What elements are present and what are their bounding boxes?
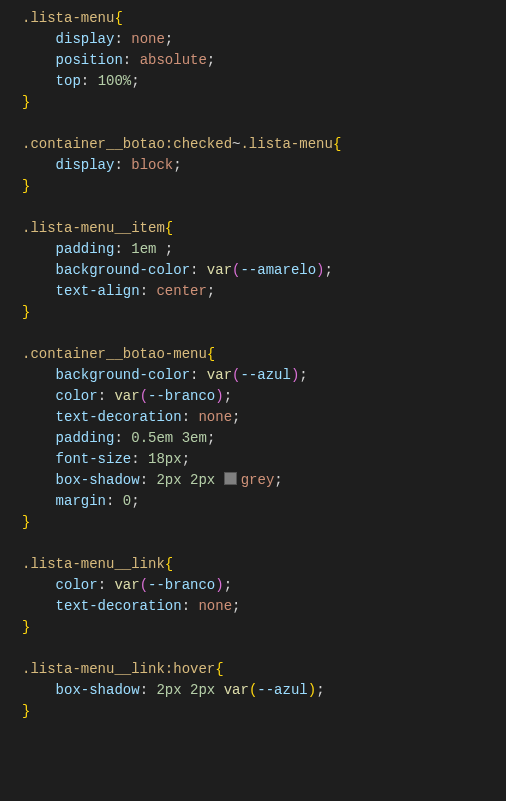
css-property: text-decoration <box>56 598 182 614</box>
css-selector-token: :checked <box>165 136 232 152</box>
close-brace: } <box>22 703 30 719</box>
code-line: top: 100%; <box>22 71 506 92</box>
css-value-token: ) <box>215 577 223 593</box>
css-value-token: 1em <box>131 241 156 257</box>
code-line: } <box>22 92 506 113</box>
code-line: background-color: var(--azul); <box>22 365 506 386</box>
css-value-token: ( <box>140 577 148 593</box>
code-line: box-shadow: 2px 2px var(--azul); <box>22 680 506 701</box>
code-line: display: block; <box>22 155 506 176</box>
css-value-token: --azul <box>240 367 290 383</box>
css-selector-token: .lista-menu__link <box>22 556 165 572</box>
css-selector-token: .container__botao <box>22 136 165 152</box>
css-value-token: grey <box>241 472 275 488</box>
css-value-token <box>215 682 223 698</box>
css-value-token: --amarelo <box>240 262 316 278</box>
css-value-token: center <box>156 283 206 299</box>
code-line: position: absolute; <box>22 50 506 71</box>
css-property: padding <box>56 241 115 257</box>
code-line: color: var(--branco); <box>22 386 506 407</box>
css-value-token: block <box>131 157 173 173</box>
code-line: } <box>22 302 506 323</box>
code-line: text-decoration: none; <box>22 596 506 617</box>
css-value-token: ( <box>140 388 148 404</box>
code-line: .lista-menu__link:hover{ <box>22 659 506 680</box>
css-value-token: none <box>198 409 232 425</box>
code-line: padding: 0.5em 3em; <box>22 428 506 449</box>
css-property: color <box>56 577 98 593</box>
css-value-token: absolute <box>140 52 207 68</box>
code-editor[interactable]: .lista-menu{ display: none; position: ab… <box>0 0 506 730</box>
css-value-token: ) <box>316 262 324 278</box>
open-brace: { <box>114 10 122 26</box>
css-value-token: var <box>224 682 249 698</box>
css-value-token <box>215 472 223 488</box>
close-brace: } <box>22 94 30 110</box>
close-brace: } <box>22 619 30 635</box>
css-property: top <box>56 73 81 89</box>
open-brace: { <box>165 556 173 572</box>
css-value-token: 18px <box>148 451 182 467</box>
css-value-token: var <box>207 367 232 383</box>
css-value-token: var <box>114 577 139 593</box>
css-value-token: 2px <box>190 472 215 488</box>
code-line: } <box>22 176 506 197</box>
css-value-token: 2px <box>156 682 181 698</box>
css-value-token: 100% <box>98 73 132 89</box>
code-line: padding: 1em ; <box>22 239 506 260</box>
css-selector-token: .lista-menu__item <box>22 220 165 236</box>
css-value-token: 0.5em <box>131 430 173 446</box>
open-brace: { <box>215 661 223 677</box>
css-value-token: 0 <box>123 493 131 509</box>
code-line: display: none; <box>22 29 506 50</box>
css-property: background-color <box>56 262 190 278</box>
css-property: box-shadow <box>56 472 140 488</box>
code-line <box>22 323 506 344</box>
css-value-token: var <box>114 388 139 404</box>
code-line: text-decoration: none; <box>22 407 506 428</box>
css-value-token: ) <box>308 682 316 698</box>
code-line: .container__botao:checked~.lista-menu{ <box>22 134 506 155</box>
code-line: font-size: 18px; <box>22 449 506 470</box>
css-selector-token: .container__botao-menu <box>22 346 207 362</box>
css-value-token: 3em <box>182 430 207 446</box>
code-line <box>22 197 506 218</box>
css-value-token: ) <box>215 388 223 404</box>
code-line <box>22 533 506 554</box>
css-property: text-align <box>56 283 140 299</box>
open-brace: { <box>207 346 215 362</box>
css-value-token <box>182 472 190 488</box>
open-brace: { <box>165 220 173 236</box>
code-line: text-align: center; <box>22 281 506 302</box>
code-line: .lista-menu{ <box>22 8 506 29</box>
css-value-token: none <box>131 31 165 47</box>
color-swatch <box>224 472 237 485</box>
css-selector-token: .lista-menu <box>240 136 332 152</box>
css-value-token: --branco <box>148 577 215 593</box>
css-value-token: --branco <box>148 388 215 404</box>
css-value-token <box>182 682 190 698</box>
close-brace: } <box>22 178 30 194</box>
css-value-token: none <box>198 598 232 614</box>
code-line: } <box>22 617 506 638</box>
css-value-token <box>173 430 181 446</box>
code-line: box-shadow: 2px 2px grey; <box>22 470 506 491</box>
css-value-token: 2px <box>190 682 215 698</box>
css-property: box-shadow <box>56 682 140 698</box>
css-selector-token: .lista-menu__link <box>22 661 165 677</box>
code-line: } <box>22 701 506 722</box>
code-line <box>22 638 506 659</box>
close-brace: } <box>22 514 30 530</box>
code-line: background-color: var(--amarelo); <box>22 260 506 281</box>
css-property: margin <box>56 493 106 509</box>
code-line: .lista-menu__link{ <box>22 554 506 575</box>
css-selector-token: :hover <box>165 661 215 677</box>
code-line: .lista-menu__item{ <box>22 218 506 239</box>
css-value-token: var <box>207 262 232 278</box>
css-property: background-color <box>56 367 190 383</box>
css-value-token: --azul <box>257 682 307 698</box>
css-property: display <box>56 157 115 173</box>
code-line: color: var(--branco); <box>22 575 506 596</box>
css-property: padding <box>56 430 115 446</box>
css-property: font-size <box>56 451 132 467</box>
